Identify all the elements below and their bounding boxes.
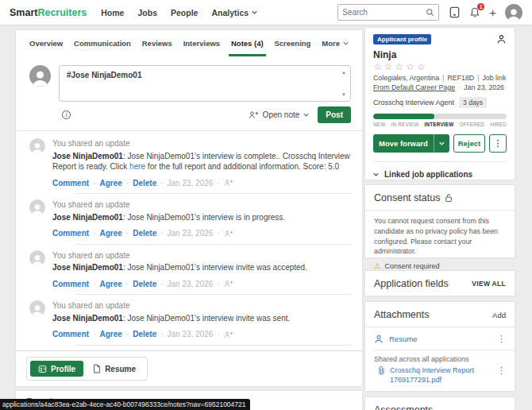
link-preview-statusbar: applications/a4ac83ea-e2ab-4ece-ac40-b00…: [0, 399, 250, 410]
tab-more[interactable]: More: [319, 30, 351, 56]
smartrecruiters-logo[interactable]: SmartRecruiters: [10, 7, 87, 18]
chevron-down-icon: [343, 41, 349, 46]
composer-avatar: [29, 65, 51, 87]
star-icon[interactable]: ☆: [384, 61, 395, 72]
agree-link[interactable]: Agree: [99, 329, 121, 340]
agree-link[interactable]: Agree: [99, 178, 121, 189]
agree-link[interactable]: Agree: [99, 279, 121, 290]
person-outline-icon[interactable]: [496, 34, 507, 44]
info-icon[interactable]: i: [62, 110, 71, 119]
share-people-icon: [249, 110, 259, 119]
tab-screening[interactable]: Screening: [272, 30, 313, 56]
user-avatar[interactable]: [505, 4, 522, 21]
person-icon: [374, 335, 384, 344]
report-attachment-link[interactable]: Crosschq Interview Report 1769177291.pdf: [390, 366, 492, 385]
entry-body: Jose NinjaDemo01: Jose NinjaDemo01's int…: [52, 212, 351, 223]
note-visibility-selector[interactable]: Open note: [249, 110, 310, 119]
search-box[interactable]: [337, 4, 439, 21]
star-icon[interactable]: ☆: [417, 61, 428, 72]
person-icon: [29, 67, 51, 87]
post-note-button[interactable]: Post: [318, 106, 351, 123]
resume-attachment-link[interactable]: Resume: [389, 335, 417, 343]
move-forward-button[interactable]: Move forward: [373, 134, 449, 153]
attachments-title: Attachments: [374, 309, 429, 320]
comment-link[interactable]: Comment: [52, 329, 89, 340]
entry-header: You shared an update: [52, 138, 351, 149]
move-forward-dropdown[interactable]: [434, 134, 449, 153]
chevron-down-icon: [373, 172, 379, 177]
entry-date: Jan 23, 2026: [168, 329, 214, 340]
delete-link[interactable]: Delete: [133, 279, 156, 290]
search-input[interactable]: [342, 8, 426, 17]
entry-avatar: [29, 199, 45, 215]
search-icon[interactable]: [426, 8, 434, 17]
comment-link[interactable]: Comment: [52, 228, 89, 239]
nav-home[interactable]: Home: [101, 8, 124, 17]
notes-feed: You shared an update Jose NinjaDemo01: J…: [16, 130, 362, 350]
attachments-card: Attachments Add Resume ⋮ Shared across a…: [365, 302, 515, 391]
document-icon: [93, 364, 101, 373]
source-link[interactable]: From Default Career Page: [373, 83, 455, 91]
attachment-menu-button[interactable]: ⋮: [497, 334, 506, 344]
paperclip-icon: [378, 366, 385, 376]
scroll-up-arrow[interactable]: ▲: [341, 70, 346, 75]
feed-entry: You shared an update Jose NinjaDemo01: J…: [29, 133, 351, 194]
scroll-down-arrow[interactable]: ▼: [341, 92, 346, 97]
nav-analytics[interactable]: Analytics: [211, 8, 257, 17]
entry-header: You shared an update: [52, 199, 351, 211]
resume-toggle-button[interactable]: Resume: [85, 361, 144, 377]
stage-offered: OFFERED: [460, 122, 485, 127]
person-icon: [29, 252, 45, 266]
stage-progress-fill: [373, 114, 434, 119]
star-icon[interactable]: ☆: [395, 61, 407, 72]
delete-link[interactable]: Delete: [133, 329, 156, 340]
candidate-notes-panel: Overview Communication Reviews Interview…: [16, 30, 362, 350]
linked-job-applications-toggle[interactable]: Linked job applications: [373, 170, 507, 179]
feed-entry: You shared an update Jose NinjaDemo01: J…: [29, 295, 351, 346]
nav-people[interactable]: People: [171, 8, 198, 17]
profile-toggle-button[interactable]: Profile: [30, 361, 83, 377]
tab-overview[interactable]: Overview: [27, 30, 65, 56]
entry-avatar: [29, 300, 45, 316]
tab-reviews[interactable]: Reviews: [140, 30, 175, 56]
star-icon[interactable]: ☆: [406, 61, 417, 72]
notification-count-badge: 1: [477, 3, 484, 10]
stage-hired: HIRED: [490, 122, 507, 127]
nav-jobs[interactable]: Jobs: [137, 8, 157, 17]
applicant-profile-badge: Applicant profile: [373, 34, 431, 44]
add-attachment-link[interactable]: Add: [492, 311, 506, 319]
viewer-toggle-group: Profile Resume: [26, 357, 148, 381]
report-link[interactable]: here: [129, 162, 145, 171]
entry-header: You shared an update: [52, 300, 351, 311]
delete-link[interactable]: Delete: [133, 178, 156, 189]
entry-avatar: [29, 250, 45, 266]
note-composer: #Jose NinjaDemo01 ▲ ▼: [16, 56, 362, 102]
more-actions-button[interactable]: ⋮: [489, 134, 507, 153]
attachment-menu-button[interactable]: ⋮: [497, 366, 506, 376]
tab-communication[interactable]: Communication: [71, 30, 133, 56]
tab-notes[interactable]: Notes (4): [229, 30, 266, 56]
device-icon[interactable]: [449, 6, 461, 18]
assessments-title: Assessments: [374, 404, 433, 410]
agree-link[interactable]: Agree: [99, 228, 121, 239]
add-new-button[interactable]: +: [489, 6, 496, 18]
composer-footer: i Open note Post: [16, 102, 362, 130]
star-icon[interactable]: ☆: [373, 61, 384, 72]
job-link[interactable]: Job link: [482, 74, 506, 82]
tab-interviews[interactable]: Interviews: [181, 30, 222, 56]
person-icon: [29, 201, 45, 215]
shared-visibility-icon: [224, 179, 233, 187]
comment-link[interactable]: Comment: [52, 279, 89, 290]
applied-date: Jan 23, 2026: [464, 83, 504, 91]
delete-link[interactable]: Delete: [133, 228, 156, 239]
shared-note: Shared across all applications: [365, 350, 515, 363]
star-rating[interactable]: ☆☆☆☆☆: [373, 61, 507, 72]
reject-button[interactable]: Reject: [453, 134, 485, 153]
view-all-link[interactable]: VIEW ALL: [472, 280, 506, 288]
navbar-icon-group: 1 +: [449, 4, 522, 21]
entry-body: Jose NinjaDemo01: Jose NinjaDemo01's int…: [52, 151, 351, 172]
kebab-icon: ⋮: [497, 366, 506, 375]
note-input[interactable]: #Jose NinjaDemo01 ▲ ▼: [59, 65, 351, 102]
comment-link[interactable]: Comment: [52, 178, 89, 189]
notifications-button[interactable]: 1: [469, 6, 480, 18]
